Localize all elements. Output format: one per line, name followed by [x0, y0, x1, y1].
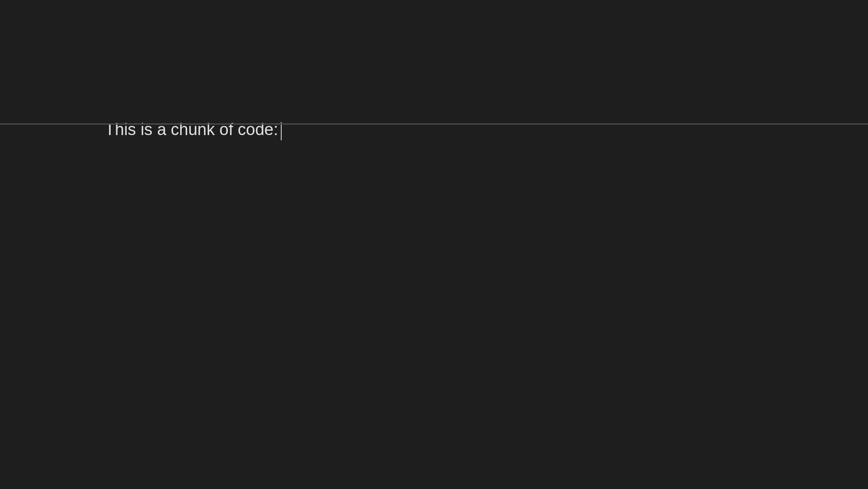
editor-container[interactable]: This is a chunk of code:: [0, 0, 868, 489]
editor-text-line[interactable]: This is a chunk of code:: [87, 100, 282, 159]
horizontal-divider: [0, 123, 868, 125]
editor-text-content: This is a chunk of code:: [105, 120, 278, 139]
